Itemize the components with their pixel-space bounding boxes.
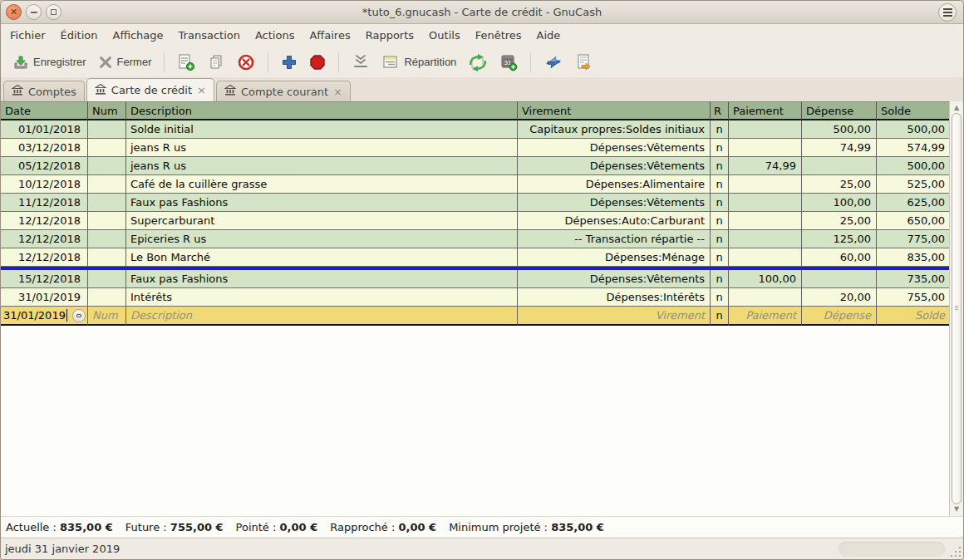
tab-compte-courant[interactable]: Compte courant × [216,81,351,101]
cell-depense[interactable]: 60,00 [802,248,877,267]
tab-close-icon[interactable]: × [333,86,342,97]
cell-paiement[interactable] [729,139,802,157]
scrollbar-thumb[interactable] [952,113,962,504]
tab-comptes[interactable]: Comptes [3,81,85,101]
transfer-button[interactable] [463,50,493,75]
edit-cell-virement[interactable]: Virement [518,307,711,326]
cell-description[interactable]: Le Bon Marché [126,248,518,267]
cell-solde[interactable]: 525,00 [877,175,951,194]
cell-solde[interactable]: 735,00 [877,270,951,288]
menu-item-affaires[interactable]: Affaires [302,26,357,45]
cell-num[interactable] [88,120,126,139]
schedule-button[interactable]: 31 [494,50,523,75]
cell-reconcile[interactable]: n [711,230,729,248]
cell-solde[interactable]: 500,00 [877,120,951,139]
cell-reconcile[interactable]: n [711,157,729,175]
edit-cell-paiement[interactable]: Paiement [729,307,802,326]
cell-date[interactable]: 05/12/2018 [1,157,88,175]
close-button[interactable]: Fermer [93,52,157,73]
cell-virement[interactable]: Capitaux propres:Soldes initiaux [518,120,711,139]
new-transaction-button[interactable] [172,50,200,75]
scroll-down-icon[interactable]: ▼ [952,504,962,515]
cell-depense[interactable]: 125,00 [802,230,877,248]
edit-cell-description[interactable]: Description [126,307,518,326]
cell-virement[interactable]: Dépenses:Vêtements [518,139,711,157]
menu-item-transaction[interactable]: Transaction [171,26,248,45]
cell-reconcile[interactable]: n [711,139,729,157]
scroll-up-icon[interactable]: ▲ [952,102,962,114]
cell-reconcile[interactable]: n [711,270,729,288]
cell-date[interactable]: 15/12/2018 [1,270,88,288]
cell-depense[interactable]: 74,99 [802,139,877,157]
cell-paiement[interactable]: 74,99 [729,157,802,175]
menu-item-edition[interactable]: Édition [53,26,106,45]
cell-virement[interactable]: Dépenses:Intérêts [518,288,711,307]
cell-description[interactable]: jeans R us [126,139,518,157]
edit-cell-reconcile[interactable]: n [711,307,729,326]
blank-transaction-button[interactable] [347,50,375,75]
cell-solde[interactable]: 500,00 [877,157,951,175]
register-row[interactable]: 31/01/2019 Intérêts Dépenses:Intérêts n … [1,288,951,307]
cell-solde[interactable]: 755,00 [877,288,951,307]
register-row[interactable]: 12/12/2018 Le Bon Marché Dépenses:Ménage… [1,248,951,267]
cell-solde[interactable]: 835,00 [877,248,951,267]
cell-description[interactable]: Supercarburant [126,212,518,230]
cell-num[interactable] [88,230,126,248]
cell-reconcile[interactable]: n [711,175,729,194]
cell-virement[interactable]: Dépenses:Auto:Carburant [518,212,711,230]
date-picker-button[interactable] [72,309,86,322]
enter-button[interactable] [276,51,302,74]
register-row[interactable]: 03/12/2018 jeans R us Dépenses:Vêtements… [1,139,951,157]
save-button[interactable]: Enregistrer [7,51,91,74]
menu-item-affichage[interactable]: Affichage [105,26,170,45]
cell-date[interactable]: 12/12/2018 [1,248,88,267]
register-row[interactable]: 11/12/2018 Faux pas Fashions Dépenses:Vê… [1,194,951,212]
edit-cell-solde[interactable]: Solde [877,307,951,326]
exchange-button[interactable] [539,50,568,75]
cell-virement[interactable]: Dépenses:Vêtements [518,157,711,175]
tab-close-icon[interactable]: × [197,85,206,96]
cell-date[interactable]: 10/12/2018 [1,175,88,194]
cell-num[interactable] [88,248,126,267]
cell-reconcile[interactable]: n [711,288,729,307]
cell-num[interactable] [88,194,126,212]
edit-cell-depense[interactable]: Dépense [802,307,877,326]
menu-item-aide[interactable]: Aide [529,26,568,45]
cell-date[interactable]: 01/01/2018 [1,120,88,139]
cell-num[interactable] [88,270,126,288]
register-row[interactable]: 12/12/2018 Epiceries R us -- Transaction… [1,230,951,248]
jump-button[interactable] [570,50,598,75]
cell-paiement[interactable] [729,120,802,139]
cell-description[interactable]: Epiceries R us [126,230,518,248]
cell-paiement[interactable] [729,175,802,194]
register-row[interactable]: 05/12/2018 jeans R us Dépenses:Vêtements… [1,157,951,175]
cell-paiement[interactable] [729,194,802,212]
register-row[interactable]: 10/12/2018 Café de la cuillère grasse Dé… [1,175,951,194]
cell-depense[interactable]: 500,00 [802,120,877,139]
cell-date[interactable]: 03/12/2018 [1,139,88,157]
edit-cell-num[interactable]: Num [88,307,126,326]
cell-num[interactable] [88,212,126,230]
cell-paiement[interactable] [729,288,802,307]
cell-date[interactable]: 31/01/2019 [1,288,88,307]
menu-item-actions[interactable]: Actions [248,26,302,45]
edit-cell-date[interactable]: 31/01/2019 [1,307,88,326]
menu-item-outils[interactable]: Outils [421,26,468,45]
menu-item-fichier[interactable]: Fichier [2,26,53,45]
cell-date[interactable]: 11/12/2018 [1,194,88,212]
window-resize-grip[interactable] [951,547,961,557]
tab-carte-de-credit[interactable]: Carte de crédit × [86,78,214,101]
cell-virement[interactable]: Dépenses:Vêtements [518,270,711,288]
cancel-button[interactable] [304,51,331,74]
cell-description[interactable]: Faux pas Fashions [126,270,518,288]
cell-depense[interactable]: 25,00 [802,212,877,230]
cell-description[interactable]: jeans R us [126,157,518,175]
cell-num[interactable] [88,175,126,194]
register-edit-row[interactable]: 31/01/2019 Num Description Virement n Pa… [1,307,951,326]
cell-reconcile[interactable]: n [711,212,729,230]
cell-num[interactable] [88,139,126,157]
cell-paiement[interactable]: 100,00 [729,270,802,288]
cell-virement[interactable]: Dépenses:Vêtements [518,194,711,212]
split-button[interactable]: Répartition [376,50,461,75]
menu-item-rapports[interactable]: Rapports [358,26,421,45]
